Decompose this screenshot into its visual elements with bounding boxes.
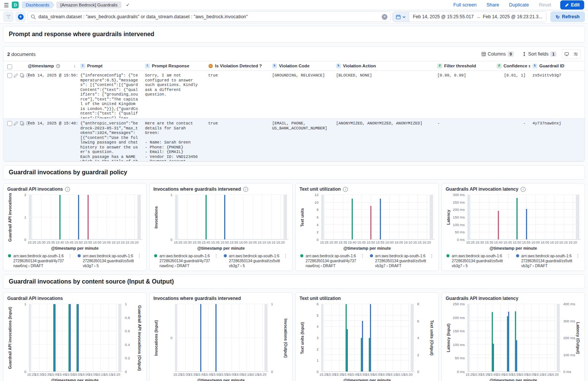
edit-row-icon[interactable] <box>14 121 18 126</box>
legend-menu-icon[interactable]: ⋮ <box>284 253 288 258</box>
bar-blue[interactable] <box>200 304 201 371</box>
refresh-button[interactable]: ↻ Refresh <box>550 11 585 22</box>
legend-item[interactable]: arn:aws:bedrock:ap-south-1:627286350134:… <box>300 253 365 268</box>
full-screen-button[interactable]: Full screen <box>453 2 476 8</box>
copy-doc-icon[interactable] <box>20 121 24 126</box>
cell-filter-threshold[interactable]: [0.99, 0.99] <box>435 71 494 118</box>
date-range-end[interactable]: Feb 14, 2025 @ 16:23:21.3... <box>483 14 542 19</box>
bar-blue[interactable] <box>224 195 225 239</box>
cell-timestamp[interactable]: Feb 14, 2025 @ 15:50:57.000 <box>25 71 78 118</box>
legend-item[interactable]: arn:aws:bedrock:ap-south-1:627286350134:… <box>8 253 72 268</box>
bar-blue[interactable] <box>347 329 348 371</box>
grid-display-button[interactable] <box>562 50 571 58</box>
col-header-violation-code[interactable]: kViolation Code <box>270 61 334 70</box>
bar-blue[interactable] <box>516 340 517 371</box>
plot-area: 15:2515:3015:3515:4015:4515:5015:5516:00… <box>321 195 435 240</box>
col-header-confidence-score[interactable]: #Confidence score <box>494 61 530 70</box>
menu-icon[interactable]: ☰ <box>4 2 9 8</box>
bar-blue[interactable] <box>215 304 217 371</box>
cell-timestamp[interactable]: Feb 14, 2025 @ 15:40:19.000 <box>25 119 78 161</box>
legend-menu-icon[interactable]: ⋮ <box>214 253 218 258</box>
bar-blue[interactable] <box>526 209 527 239</box>
y-tick-label: 0 <box>171 336 172 340</box>
breadcrumb-dashboards[interactable]: Dashboards <box>22 2 54 8</box>
row-checkbox[interactable] <box>7 73 12 78</box>
col-header-guardrail-id[interactable]: kGuardrail ID <box>530 61 585 70</box>
legend-item[interactable]: arn:aws:bedrock:ap-south-1:627286350134:… <box>154 253 218 268</box>
legend-menu-icon[interactable]: ⋮ <box>360 253 365 258</box>
copy-doc-icon[interactable] <box>20 73 24 78</box>
cell-violation-code[interactable]: [EMAIL, PHONE, US_BANK_ACCOUNT_NUMBER] <box>270 119 334 161</box>
edit-button[interactable]: Edit <box>560 0 584 10</box>
bar-pink[interactable] <box>498 211 499 239</box>
cell-confidence-score[interactable]: - <box>494 119 530 161</box>
bar-pink[interactable] <box>370 206 371 239</box>
cell-violation-detected[interactable]: true <box>206 119 270 161</box>
legend-menu-icon[interactable]: ⋮ <box>68 253 72 258</box>
bar-blue[interactable] <box>78 195 79 239</box>
legend-menu-icon[interactable]: ⋮ <box>507 253 511 258</box>
cell-prompt[interactable]: {"inferenceConfig": {"temperature":0.5},… <box>78 71 143 118</box>
share-button[interactable]: Share <box>486 2 499 8</box>
cell-prompt[interactable]: {"anthropic_version":"bedrock-2023-05-31… <box>78 119 143 161</box>
cell-prompt-response[interactable]: Sorry, I am not configured to answer suc… <box>143 71 206 118</box>
row-checkbox[interactable] <box>7 121 12 126</box>
date-range-start[interactable]: Feb 14, 2025 @ 15:25:55.017 <box>413 14 474 19</box>
legend-item[interactable]: arn:aws:bedrock:ap-south-1:627286350134:… <box>516 253 580 268</box>
bar-blue[interactable] <box>70 304 71 371</box>
edit-row-icon[interactable] <box>14 73 18 78</box>
breadcrumb-current[interactable]: [Amazon Bedrock] Guardrails <box>56 2 121 8</box>
legend-item[interactable]: arn:aws:bedrock:ap-south-1:627286350134:… <box>224 253 288 268</box>
bar-blue[interactable] <box>54 304 56 371</box>
info-icon[interactable]: i <box>343 187 348 192</box>
duplicate-button[interactable]: Duplicate <box>509 2 529 8</box>
y-tick-label: 100 ms <box>563 353 575 357</box>
cell-guardrail-id[interactable]: 4y737naw6nxj <box>530 119 585 161</box>
col-header-prompt[interactable]: tPrompt <box>78 61 143 70</box>
legend-item[interactable]: arn:aws:bedrock:ap-south-1:627286350134:… <box>370 253 434 268</box>
bar-green[interactable] <box>352 199 353 239</box>
col-header-timestamp[interactable]: @timestamp ↓ <box>25 61 78 70</box>
info-icon[interactable]: i <box>243 187 248 192</box>
col-header-violation-action[interactable]: kViolation Action <box>334 61 435 70</box>
col-header-violation-detected[interactable]: Is Violation Detected ? <box>206 61 270 70</box>
bar-blue[interactable] <box>362 321 363 371</box>
legend-item[interactable]: arn:aws:bedrock:ap-south-1:627286350134:… <box>78 253 142 268</box>
info-icon[interactable]: i <box>65 187 70 192</box>
bar-green[interactable] <box>516 198 518 239</box>
cell-filter-threshold[interactable]: - <box>435 119 494 161</box>
info-icon[interactable]: i <box>521 187 526 192</box>
sort-fields-button[interactable]: Sort fields 1 <box>519 50 559 58</box>
query-input[interactable] <box>38 14 379 19</box>
reset-button[interactable]: Reset <box>539 2 551 8</box>
app-logo[interactable]: D <box>12 2 19 8</box>
bar-blue[interactable] <box>78 304 79 371</box>
columns-button[interactable]: Columns 9 <box>478 50 517 58</box>
bar-blue[interactable] <box>380 199 381 239</box>
grid-settings-button[interactable] <box>571 50 580 58</box>
cell-violation-detected[interactable]: true <box>206 71 270 118</box>
col-header-prompt-response[interactable]: tPrompt Response <box>143 61 206 70</box>
bar-blue[interactable] <box>370 304 371 371</box>
legend-menu-icon[interactable]: ⋮ <box>430 253 434 258</box>
bar-pink[interactable] <box>88 195 89 239</box>
cell-violation-action[interactable]: [BLOCKED, NONE] <box>334 71 435 118</box>
add-filter-button[interactable]: + <box>15 11 26 22</box>
select-all-checkbox[interactable] <box>7 64 12 69</box>
cell-violation-action[interactable]: [ANONYMIZED, ANONYMIZED, ANONYMIZED] <box>334 119 435 161</box>
bar-blue[interactable] <box>493 344 494 371</box>
bar-green[interactable] <box>206 195 207 239</box>
clear-query-icon[interactable]: ✕ <box>382 14 387 20</box>
bar-green[interactable] <box>59 195 61 239</box>
col-header-filter-threshold[interactable]: #Filter threshold <box>435 61 494 70</box>
cell-prompt-response[interactable]: Here are the contact details for Sarah G… <box>143 119 206 161</box>
calendar-button[interactable] <box>393 12 409 22</box>
cell-violation-code[interactable]: [GROUNDING, RELEVANCE] <box>270 71 334 118</box>
legend-menu-icon[interactable]: ⋮ <box>576 253 580 258</box>
cell-guardrail-id[interactable]: zs5vittvb3g7 <box>530 71 585 118</box>
legend-item[interactable]: arn:aws:bedrock:ap-south-1:627286350134:… <box>446 253 511 268</box>
legend-menu-icon[interactable]: ⋮ <box>137 253 142 258</box>
cell-confidence-score[interactable]: [0.01, 1] <box>494 71 530 118</box>
filter-button[interactable] <box>3 11 14 22</box>
bar-blue[interactable] <box>508 312 509 371</box>
